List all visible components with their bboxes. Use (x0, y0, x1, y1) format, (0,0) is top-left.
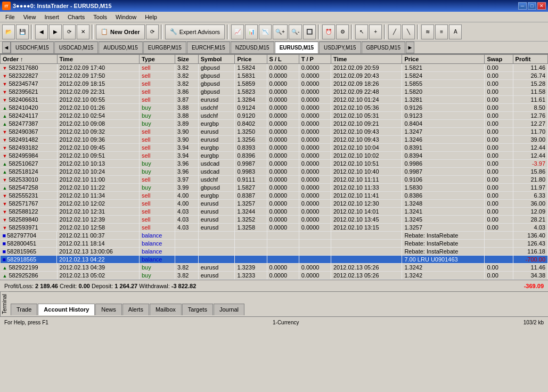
chart-info: 103/2 kb (524, 320, 544, 325)
currency-tab-eurusd[interactable]: EURUSD,M15 (275, 42, 318, 53)
cell-symbol: eurusd (198, 224, 235, 232)
col-price[interactable]: Price (235, 55, 267, 64)
cell-close-time: 2012.02.10 10:51 (331, 160, 402, 168)
tab-alerts[interactable]: Alerts (122, 304, 149, 315)
toolbar-btn-13[interactable]: 🔲 (303, 24, 316, 39)
toolbar-btn-15[interactable]: ⚙ (336, 24, 349, 39)
toolbar-btn-11[interactable]: 🔍+ (273, 24, 288, 39)
currency-tab-next[interactable]: ► (406, 42, 414, 53)
col-tp[interactable]: T / P (299, 55, 331, 64)
toolbar-btn-19[interactable]: ╲ (402, 24, 415, 39)
currency-tab-usdjpy[interactable]: USDJPY,M15 (319, 42, 361, 53)
cell-price: 0.8402 (235, 120, 267, 128)
currency-tab-audusd[interactable]: AUDUSD,M15 (99, 42, 142, 53)
col-sl[interactable]: S / L (267, 55, 299, 64)
toolbar-btn-22[interactable]: A (449, 24, 462, 39)
cell-time: 2012.02.11 00:37 (57, 232, 139, 240)
toolbar-btn-9[interactable]: 📊 (245, 24, 258, 39)
toolbar-btn-1[interactable]: 📂 (2, 24, 15, 39)
minimize-button[interactable]: ─ (518, 2, 527, 10)
cell-symbol: eurusd (198, 216, 235, 224)
col-order[interactable]: Order ↑ (1, 55, 58, 64)
cell-price: 1.3244 (235, 208, 267, 216)
currency-tab-nzdusd[interactable]: NZDUSD,M15 (231, 42, 274, 53)
tab-mailbox[interactable]: Mailbox (150, 304, 182, 315)
withdrawal-value: -3 822.82 (171, 283, 196, 289)
menu-window[interactable]: Window (111, 13, 141, 21)
cell-type: sell (139, 192, 175, 200)
tab-trade[interactable]: Trade (11, 304, 37, 315)
cell-close-price: 1.5830 (402, 184, 485, 192)
expert-advisors-button[interactable]: 🔧 Expert Advisors (165, 24, 225, 39)
terminal-label[interactable]: Terminal (0, 292, 9, 316)
maximize-button[interactable]: □ (528, 2, 536, 10)
toolbar-btn-2[interactable]: 💾 (16, 24, 29, 39)
col-close-price[interactable]: Price (402, 55, 485, 64)
menu-file[interactable]: File (1, 13, 19, 21)
cell-symbol: eurgbp (198, 192, 235, 200)
cell-swap: 0.00 (485, 208, 513, 216)
cell-order: ■ 582918565 (1, 256, 58, 263)
cell-order: ▲ 582547258 (1, 184, 58, 192)
col-type[interactable]: Type (139, 55, 175, 64)
trades-table-wrapper[interactable]: Order ↑ Time Type Size Symbol Price S / … (0, 54, 548, 280)
currency-tab-prev[interactable]: ◄ (2, 42, 11, 53)
col-close-time[interactable]: Time (331, 55, 402, 64)
menu-charts[interactable]: Charts (63, 13, 89, 21)
cell-size (175, 256, 198, 264)
cell-tp: 0.0000 (299, 112, 331, 120)
tab-targets[interactable]: Targets (182, 304, 213, 315)
currency-tab-usdchf[interactable]: USDCHF,M15 (11, 42, 54, 53)
cell-swap: 0.00 (485, 128, 513, 136)
toolbar-btn-8[interactable]: 📈 (231, 24, 244, 39)
currency-tab-eurchf[interactable]: EURCHF,M15 (187, 42, 230, 53)
cell-size: 3.88 (175, 104, 198, 112)
menu-insert[interactable]: Insert (40, 13, 63, 21)
toolbar-btn-7[interactable]: ⟳ (146, 24, 159, 39)
col-time[interactable]: Time (57, 55, 139, 64)
tab-news[interactable]: News (95, 304, 122, 315)
toolbar-btn-3[interactable]: ◀ (35, 24, 48, 39)
col-swap[interactable]: Swap (485, 55, 513, 64)
cell-swap: 0.00 (485, 160, 513, 168)
cell-size: 3.97 (175, 176, 198, 184)
cell-swap (485, 240, 513, 248)
col-profit[interactable]: Profit (513, 55, 547, 64)
toolbar-sep-8 (417, 24, 419, 39)
cell-price: 1.5823 (235, 88, 267, 96)
col-symbol[interactable]: Symbol (198, 55, 235, 64)
cell-profit: 39.00 (513, 136, 547, 144)
cell-type: sell (139, 200, 175, 208)
toolbar-btn-16[interactable]: ↖ (355, 24, 368, 39)
toolbar-btn-17[interactable]: + (369, 24, 382, 39)
cell-type: balance (139, 256, 175, 264)
toolbar-btn-6[interactable]: ✕ (77, 24, 89, 39)
cell-tp (299, 232, 331, 240)
currency-tab-gbpusd[interactable]: GBPUSD,M15 (362, 42, 405, 53)
table-row: ▼ 582555231 2012.02.10 11:34 sell 4.00 e… (1, 192, 548, 200)
menu-tools[interactable]: Tools (89, 13, 111, 21)
cell-type: sell (139, 128, 175, 136)
tab-journal[interactable]: Journal (214, 304, 244, 315)
cell-order: ▼ 582345747 (1, 80, 58, 88)
cell-close-price: 1.3257 (402, 224, 485, 232)
new-order-button[interactable]: 📋 New Order (96, 24, 145, 39)
col-size[interactable]: Size (175, 55, 198, 64)
toolbar-btn-10[interactable]: 📉 (259, 24, 272, 39)
toolbar-btn-14[interactable]: ⏰ (322, 24, 335, 39)
toolbar-btn-5[interactable]: ⟳ (63, 24, 76, 39)
currency-tab-usdcad[interactable]: USDCAD,M15 (54, 42, 98, 53)
toolbar-btn-12[interactable]: 🔍- (289, 24, 302, 39)
toolbar-btn-21[interactable]: ≡ (435, 24, 448, 39)
cell-price: 1.5831 (235, 72, 267, 80)
toolbar-btn-4[interactable]: ▶ (49, 24, 62, 39)
tab-account-history[interactable]: Account History (38, 304, 95, 315)
toolbar-btn-20[interactable]: ≋ (421, 24, 434, 39)
table-row: ▼ 582588122 2012.02.10 12:31 sell 4.03 e… (1, 208, 548, 216)
menu-help[interactable]: Help (141, 13, 161, 21)
close-button[interactable]: ✕ (537, 2, 546, 10)
toolbar-btn-18[interactable]: ╱ (388, 24, 401, 39)
currency-tab-eurgbp[interactable]: EURGBP,M15 (143, 42, 186, 53)
cell-size (175, 248, 198, 256)
menu-view[interactable]: View (19, 13, 40, 21)
